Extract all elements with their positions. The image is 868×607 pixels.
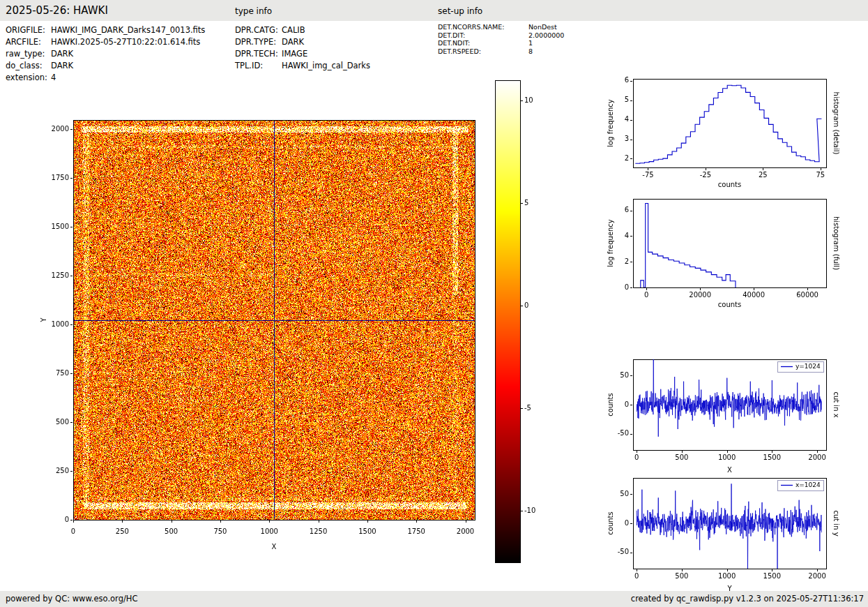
cut-in-y-plot — [600, 465, 868, 598]
raw-type-row: raw_type: DARK — [6, 47, 205, 59]
meta-value: 8 — [528, 47, 533, 55]
footer-created-by: created by qc_rawdisp.py v1.2.3 on 2025-… — [631, 594, 864, 604]
det-dit-row: DET.DIT: 2.0000000 — [438, 31, 564, 40]
histogram-detail-plot — [600, 66, 868, 195]
dpr-catg-row: DPR.CATG: CALIB — [235, 24, 370, 36]
meta-value: HAWKI_img_cal_Darks — [282, 61, 370, 70]
do-class-row: do_class: DARK — [6, 59, 205, 71]
meta-label: do_class: — [6, 61, 51, 70]
det-ncorrs-row: DET.NCORRS.NAME: NonDest — [438, 23, 564, 31]
arcfile-row: ARCFILE: HAWKI.2025-05-27T10:22:01.614.f… — [6, 36, 205, 47]
meta-label: DPR.TYPE: — [235, 37, 282, 47]
footer-powered-by: powered by QC: www.eso.org/HC — [6, 594, 137, 604]
meta-label: TPL.ID: — [235, 61, 282, 70]
footer-bar: powered by QC: www.eso.org/HC created by… — [0, 591, 868, 607]
colorbar — [487, 73, 549, 576]
meta-value: HAWKI_IMG_DARK_Darks147_0013.fits — [51, 25, 205, 35]
meta-label: DET.NCORRS.NAME: — [438, 23, 528, 31]
meta-label: ORIGFILE: — [6, 25, 51, 35]
meta-value: HAWKI.2025-05-27T10:22:01.614.fits — [51, 37, 200, 47]
det-rspeed-row: DET.RSPEED: 8 — [438, 47, 564, 56]
meta-value: 2.0000000 — [528, 31, 564, 39]
origfile-row: ORIGFILE: HAWKI_IMG_DARK_Darks147_0013.f… — [6, 24, 205, 36]
extension-row: extension: 4 — [6, 71, 205, 83]
detector-image-plot — [28, 91, 488, 565]
meta-value: 1 — [528, 39, 533, 47]
meta-label: DET.RSPEED: — [438, 47, 528, 55]
dpr-type-row: DPR.TYPE: DARK — [235, 36, 370, 47]
meta-value: IMAGE — [282, 49, 307, 59]
qc-report-page: 2025-05-26: HAWKI type info set-up info … — [0, 0, 868, 607]
type-info-block: DPR.CATG: CALIB DPR.TYPE: DARK DPR.TECH:… — [235, 24, 370, 71]
cut-in-x-plot — [600, 347, 868, 479]
meta-label: DPR.CATG: — [235, 25, 282, 35]
setup-info-block: DET.NCORRS.NAME: NonDest DET.DIT: 2.0000… — [438, 23, 564, 55]
meta-label: extension: — [6, 73, 51, 82]
file-info-block: ORIGFILE: HAWKI_IMG_DARK_Darks147_0013.f… — [6, 24, 205, 83]
meta-value: CALIB — [282, 25, 305, 35]
tpl-id-row: TPL.ID: HAWKI_img_cal_Darks — [235, 59, 370, 71]
meta-value: DARK — [282, 37, 304, 47]
dpr-tech-row: DPR.TECH: IMAGE — [235, 47, 370, 59]
meta-label: DPR.TECH: — [235, 49, 282, 59]
meta-label: DET.NDIT: — [438, 39, 528, 47]
header-bar: 2025-05-26: HAWKI type info set-up info — [0, 0, 868, 21]
meta-label: raw_type: — [6, 49, 51, 59]
setup-info-heading: set-up info — [438, 6, 482, 16]
histogram-full-plot — [600, 186, 868, 315]
page-title: 2025-05-26: HAWKI — [6, 4, 108, 17]
meta-value: 4 — [51, 73, 56, 82]
meta-value: NonDest — [528, 23, 557, 31]
meta-label: ARCFILE: — [6, 37, 51, 47]
meta-value: DARK — [51, 49, 73, 59]
type-info-heading: type info — [235, 6, 272, 16]
meta-value: DARK — [51, 61, 73, 70]
det-ndit-row: DET.NDIT: 1 — [438, 39, 564, 47]
meta-label: DET.DIT: — [438, 31, 528, 39]
